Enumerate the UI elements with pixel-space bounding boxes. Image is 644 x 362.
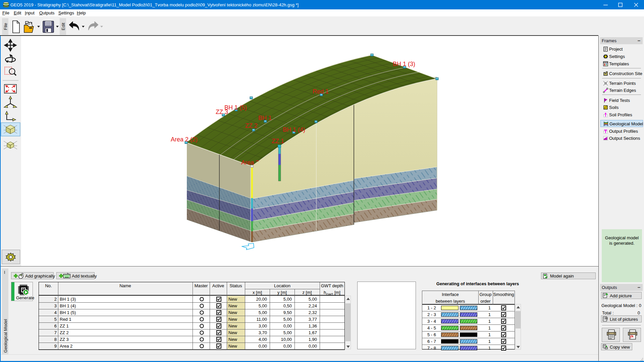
svg-text:BH 1 (4): BH 1 (4) [283,126,305,133]
svg-text:Area 2 (2): Area 2 (2) [171,136,198,143]
svg-text:ZZ 1: ZZ 1 [272,138,284,144]
svg-text:BH 1 (3): BH 1 (3) [393,61,415,67]
svg-text:BH 1: BH 1 [258,115,272,121]
svg-text:Red 1: Red 1 [313,88,329,95]
svg-text:ZZ 2: ZZ 2 [245,122,258,129]
svg-text:ZZ 3: ZZ 3 [216,109,228,115]
